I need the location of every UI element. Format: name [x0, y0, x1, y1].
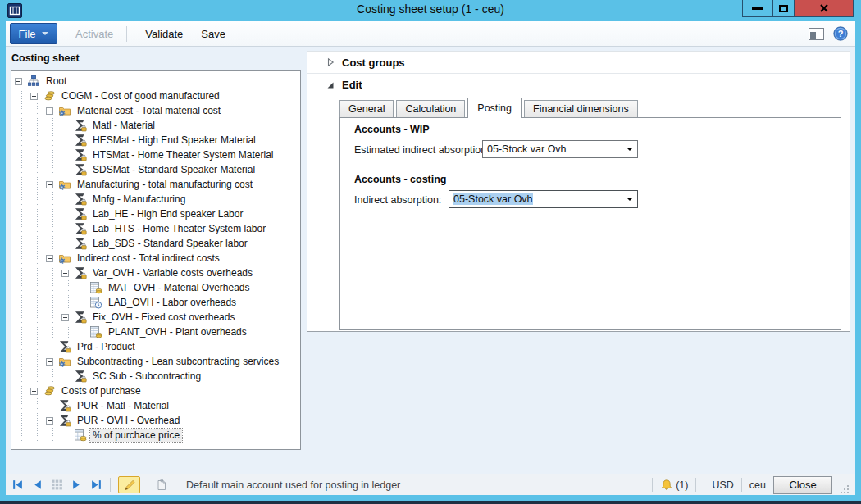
next-record-button[interactable]: [71, 479, 83, 490]
tree-expander-icon[interactable]: [61, 314, 69, 321]
tree-pane-title: Costing sheet: [11, 52, 80, 64]
tree-item[interactable]: SC Sub - Subcontracting: [15, 369, 300, 384]
tab-general[interactable]: General: [339, 100, 394, 117]
currency-indicator[interactable]: USD: [712, 479, 733, 491]
previous-record-button[interactable]: [31, 479, 43, 490]
statusbar-separator: [148, 478, 148, 492]
document-attach-button: [156, 479, 167, 492]
indirect-absorption-combo[interactable]: 05-Stock var Ovh: [449, 190, 638, 208]
previous-record-icon: [31, 479, 43, 490]
tree-item-label: LAB_OVH - Labor overheads: [106, 296, 239, 309]
dropdown-arrow-icon[interactable]: [622, 191, 637, 207]
company-indicator[interactable]: ceu: [749, 479, 766, 491]
sigma-icon: [74, 207, 87, 220]
tree-item[interactable]: Root: [15, 74, 300, 89]
edit-mode-toggle[interactable]: [118, 476, 140, 493]
tree-item-label: Root: [43, 75, 69, 88]
tree-item[interactable]: Material cost - Total material cost: [15, 103, 300, 118]
tree-connector: [46, 280, 61, 295]
tab-calculation[interactable]: Calculation: [396, 100, 465, 117]
tab-posting[interactable]: Posting: [467, 98, 522, 118]
tree-item[interactable]: Lab_SDS - Standard Speaker labor: [15, 236, 300, 251]
section-edit[interactable]: Edit: [307, 74, 850, 96]
tree-item[interactable]: Prd - Product: [15, 339, 300, 354]
tree-connector: [30, 177, 46, 192]
file-menu-button[interactable]: File: [10, 23, 57, 44]
notification-count[interactable]: (1): [676, 479, 688, 491]
tree-item[interactable]: HESMat - High End Speaker Material: [15, 133, 300, 148]
tree-item[interactable]: Lab_HE - High End speaker Labor: [15, 207, 300, 221]
tree-expander-icon[interactable]: [46, 358, 53, 366]
first-record-button[interactable]: [11, 479, 24, 490]
sigma-icon: [74, 193, 87, 206]
statusbar-separator: [175, 478, 175, 492]
tree-item[interactable]: COGM - Cost of good manufactured: [15, 89, 300, 103]
tree-item[interactable]: LAB_OVH - Labor overheads: [15, 295, 300, 310]
tree-expander-icon[interactable]: [46, 255, 53, 262]
tree-connector: [15, 236, 30, 251]
cost-groups-section-label: Cost groups: [342, 57, 405, 69]
validate-button[interactable]: Validate: [145, 28, 183, 40]
tree-item[interactable]: Subcontracting - Lean subcontracting ser…: [15, 354, 300, 369]
tree-item[interactable]: Indirect cost - Total indirect costs: [15, 251, 300, 266]
section-cost-groups[interactable]: Cost groups: [307, 52, 850, 74]
tree-connector: [30, 162, 46, 177]
estimated-indirect-absorption-combo[interactable]: 05-Stock var Ovh: [482, 140, 638, 158]
tree-item[interactable]: SDSMat - Standard Speaker Material: [15, 162, 300, 177]
tree-connector: [15, 295, 30, 310]
tree-expander-icon[interactable]: [30, 388, 38, 395]
help-icon[interactable]: [833, 26, 848, 41]
tree-connector: [46, 118, 61, 133]
activate-button: Activate: [75, 28, 113, 40]
tree-item[interactable]: Lab_HTS - Home Theater System labor: [15, 221, 300, 236]
tree-item[interactable]: Fix_OVH - Fixed cost overheads: [15, 310, 300, 325]
tree-item[interactable]: Mnfg - Manufacturing: [15, 192, 300, 207]
dropdown-arrow-icon[interactable]: [622, 141, 637, 157]
tree-item[interactable]: PUR - Matl - Material: [15, 398, 300, 413]
resize-grip-icon[interactable]: [840, 483, 850, 493]
last-record-button[interactable]: [90, 479, 102, 490]
tree-item[interactable]: HTSMat - Home Theater System Material: [15, 148, 300, 162]
tree-connector: [30, 310, 46, 325]
tree-item[interactable]: Manufacturing - total manufacturing cost: [15, 177, 300, 192]
close-window-button[interactable]: [795, 0, 854, 17]
tree-item[interactable]: Matl - Material: [15, 118, 300, 133]
save-button[interactable]: Save: [201, 28, 226, 40]
indirect-absorption-value: 05-Stock var Ovh: [453, 193, 533, 205]
statusbar-separator: [704, 478, 704, 492]
tree-item[interactable]: MAT_OVH - Material Overheads: [15, 280, 300, 295]
tree-item[interactable]: PLANT_OVH - Plant overheads: [15, 325, 300, 339]
tree-item[interactable]: Var_OVH - Variable costs overheads: [15, 266, 300, 280]
estimated-indirect-absorption-value: 05-Stock var Ovh: [487, 143, 567, 155]
tree-item[interactable]: % of purchace price: [15, 428, 300, 443]
notification-bell-button[interactable]: [660, 479, 673, 492]
tree-connector: [30, 428, 46, 443]
tree-connector: [30, 325, 46, 339]
tree-expander-icon[interactable]: [46, 181, 53, 188]
maximize-button[interactable]: [772, 0, 795, 17]
tree-connector: [46, 266, 61, 280]
tree-item-label: HESMat - High End Speaker Material: [90, 134, 258, 147]
tree-expander-icon[interactable]: [46, 417, 53, 425]
tree-item-label: Lab_SDS - Standard Speaker labor: [90, 237, 250, 250]
sheetcoins-icon: [89, 325, 102, 338]
menu-separator: [126, 26, 127, 42]
tree-connector: [30, 133, 46, 148]
close-button[interactable]: Close: [773, 476, 832, 494]
tree-expander-icon[interactable]: [15, 78, 22, 85]
tab-financial-dimensions[interactable]: Financial dimensions: [524, 100, 638, 117]
tree-item-label: Manufacturing - total manufacturing cost: [75, 178, 255, 191]
minimize-button[interactable]: [742, 0, 772, 17]
tree-expander-icon[interactable]: [46, 107, 53, 115]
sheetcoins-icon: [89, 281, 102, 294]
window-title: Costing sheet setup (1 - ceu): [0, 2, 861, 16]
tree-expander-icon[interactable]: [61, 270, 69, 277]
tree-expander-icon[interactable]: [30, 93, 38, 100]
tree-connector: [30, 398, 46, 413]
restore-pane-icon[interactable]: [809, 28, 824, 40]
tree-item-label: Lab_HE - High End speaker Labor: [90, 207, 245, 220]
tree-connector: [30, 266, 46, 280]
tree-item[interactable]: Costs of purchase: [15, 384, 300, 398]
tree-item[interactable]: PUR - OVH - Overhead: [15, 413, 300, 428]
tree-item-label: Lab_HTS - Home Theater System labor: [90, 222, 268, 235]
